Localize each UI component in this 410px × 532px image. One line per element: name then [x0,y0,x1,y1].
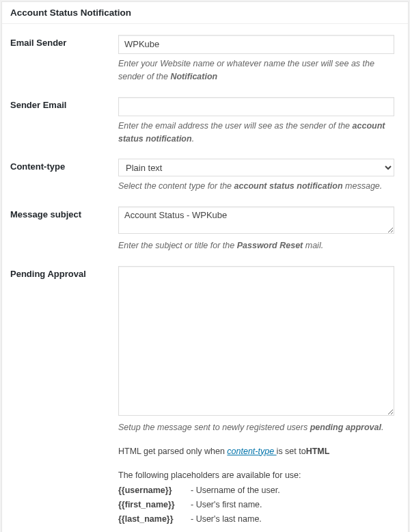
pending-approval-label: Pending Approval [10,266,118,279]
email-sender-input[interactable] [118,35,394,54]
message-subject-field: Account Status - WPKube Enter the subjec… [118,207,400,252]
placeholder-desc: - Username of the user. [187,483,280,498]
placeholder-row: {{username}} - Username of the user. [118,483,394,498]
placeholder-token: {{last_name}} [118,512,187,527]
account-status-notification-panel: Account Status Notification Email Sender… [1,1,409,532]
message-subject-desc: Enter the subject or title for the Passw… [118,239,394,252]
email-sender-row: Email Sender Enter your Website name or … [10,28,400,90]
placeholder-list: The following placeholders are available… [118,468,394,527]
content-type-label: Content-type [10,159,118,172]
pending-approval-row: Pending Approval Setup the message sent … [10,259,400,532]
message-subject-input[interactable]: Account Status - WPKube [118,207,394,234]
pending-approval-field: Setup the message sent to newly register… [118,266,400,527]
placeholder-intro: The following placeholders are available… [118,468,394,483]
sender-email-row: Sender Email Enter the email address the… [10,90,400,152]
pending-approval-desc: Setup the message sent to newly register… [118,421,394,434]
panel-body: Email Sender Enter your Website name or … [2,24,408,532]
panel-header: Account Status Notification [2,2,408,24]
placeholder-row: {{last_name}} - User's last name. [118,512,394,527]
placeholder-desc: - User's last name. [187,512,262,527]
placeholder-token: {{first_name}} [118,498,187,512]
placeholder-row: {{first_name}} - User's first name. [118,498,394,512]
placeholder-desc: - User's first name. [187,498,262,512]
content-type-desc: Select the content type for the account … [118,180,394,193]
sender-email-label: Sender Email [10,97,118,110]
content-type-select[interactable]: Plain text [118,159,394,176]
email-sender-desc: Enter your Website name or whatever name… [118,57,394,83]
message-subject-row: Message subject Account Status - WPKube … [10,200,400,259]
content-type-link[interactable]: content-type [227,447,276,456]
placeholder-token: {{username}} [118,483,187,498]
sender-email-input[interactable] [118,97,394,116]
panel-title: Account Status Notification [10,8,400,18]
message-subject-label: Message subject [10,207,118,220]
email-sender-label: Email Sender [10,35,118,48]
pending-approval-extra: HTML get parsed only when content-type i… [118,445,394,458]
email-sender-field: Enter your Website name or whatever name… [118,35,400,83]
content-type-field: Plain text Select the content type for t… [118,159,400,193]
content-type-row: Content-type Plain text Select the conte… [10,152,400,200]
pending-approval-input[interactable] [118,266,394,416]
sender-email-field: Enter the email address the user will se… [118,97,400,146]
sender-email-desc: Enter the email address the user will se… [118,120,394,146]
